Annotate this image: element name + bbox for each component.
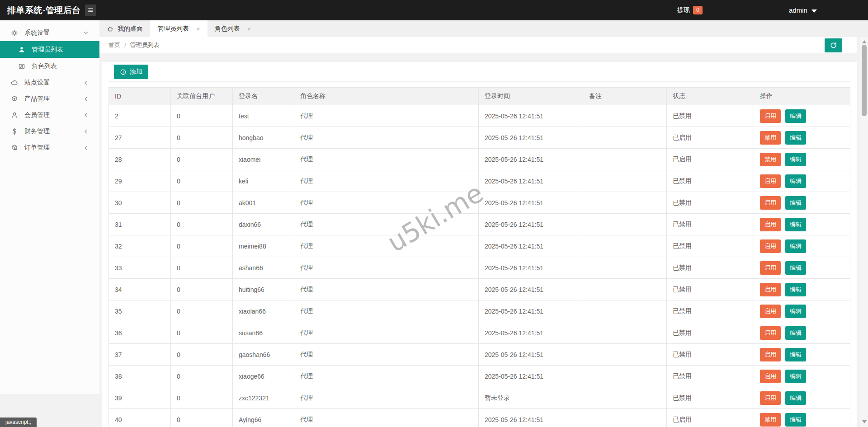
sidebar-item-label: 产品管理 [24,95,50,103]
cell-actions: 禁用编辑 [754,409,850,427]
cell-remark [583,235,667,257]
cell-login-time: 2025-05-26 12:41:51 [479,235,583,257]
cell-role: 代理 [294,300,479,322]
cell-login-name: xiaomei [233,149,294,170]
breadcrumb-bar: 首页 / 管理员列表 [99,37,857,53]
toggle-status-button[interactable]: 启用 [760,196,781,210]
edit-button[interactable]: 编辑 [785,261,806,275]
cell-role: 代理 [294,344,479,366]
sidebar-item-站点设置[interactable]: 站点设置 [0,75,99,91]
cell-remark [583,300,667,322]
withdraw-link[interactable]: 提现 0 [677,0,703,20]
table-row: 270hongbao代理2025-05-26 12:41:51已启用禁用编辑 [109,127,850,149]
sidebar-toggle-button[interactable] [85,5,96,16]
toggle-status-button[interactable]: 启用 [760,239,781,253]
withdraw-label: 提现 [677,6,690,14]
add-button-label: 添加 [130,68,142,76]
toggle-status-button[interactable]: 启用 [760,305,781,318]
tab-角色列表[interactable]: 角色列表× [208,20,259,37]
cell-actions: 启用编辑 [754,192,850,214]
toggle-status-button[interactable]: 启用 [760,109,781,123]
scrollbar-thumb[interactable] [862,45,867,116]
toggle-status-button[interactable]: 启用 [760,326,781,340]
table-row: 320meimei88代理2025-05-26 12:41:51已禁用启用编辑 [109,235,850,257]
add-button[interactable]: 添加 [114,65,148,79]
tab-管理员列表[interactable]: 管理员列表× [150,20,208,37]
chevron-left-icon [82,128,90,135]
toggle-status-button[interactable]: 启用 [760,261,781,275]
edit-button[interactable]: 编辑 [785,239,806,253]
toggle-status-button[interactable]: 启用 [760,218,781,231]
breadcrumb-current: 管理员列表 [130,41,160,49]
sidebar-item-系统设置[interactable]: 系统设置 [0,25,99,41]
link-status-tooltip: javascript:; [0,418,37,427]
cell-status: 已禁用 [667,344,754,366]
edit-button[interactable]: 编辑 [785,109,806,123]
scroll-up-button[interactable] [860,38,868,45]
cell-front-user: 0 [171,149,233,170]
cell-status: 已禁用 [667,170,754,192]
user-menu[interactable]: admin [789,0,817,20]
edit-button[interactable]: 编辑 [785,391,806,405]
tab-bar: 我的桌面管理员列表×角色列表× [99,20,868,37]
toggle-status-button[interactable]: 禁用 [760,153,781,166]
cell-status: 已禁用 [667,105,754,127]
close-icon[interactable]: × [196,25,200,32]
cell-login-time: 2025-05-26 12:41:51 [479,192,583,214]
sidebar-item-会员管理[interactable]: 会员管理 [0,107,99,123]
scroll-down-button[interactable] [860,418,868,425]
sidebar-item-订单管理[interactable]: 订单管理 [0,140,99,156]
cell-id: 40 [109,409,171,427]
toggle-status-button[interactable]: 启用 [760,283,781,296]
toggle-status-button[interactable]: 启用 [760,174,781,188]
sidebar-item-label: 订单管理 [24,144,50,152]
toggle-status-button[interactable]: 启用 [760,348,781,361]
table-row: 380xiaoge66代理2025-05-26 12:41:51已禁用启用编辑 [109,366,850,387]
column-header: 登录时间 [479,88,583,105]
toggle-status-button[interactable]: 禁用 [760,131,781,145]
edit-button[interactable]: 编辑 [785,348,806,361]
tab-我的桌面[interactable]: 我的桌面 [99,20,150,37]
sidebar: 系统设置管理员列表角色列表站点设置产品管理会员管理财务管理订单管理 [0,20,99,394]
cell-login-time: 2025-05-26 12:41:51 [479,322,583,344]
edit-button[interactable]: 编辑 [785,305,806,318]
sidebar-item-label: 角色列表 [32,62,57,70]
refresh-button[interactable] [825,38,842,52]
edit-button[interactable]: 编辑 [785,283,806,296]
cell-status: 已启用 [667,149,754,170]
chevron-left-icon [82,112,90,119]
cell-role: 代理 [294,127,479,149]
edit-button[interactable]: 编辑 [785,326,806,340]
column-header: 状态 [667,88,754,105]
edit-button[interactable]: 编辑 [785,196,806,210]
edit-button[interactable]: 编辑 [785,131,806,145]
close-icon[interactable]: × [247,25,251,32]
chevron-left-icon [82,95,90,103]
cell-role: 代理 [294,214,479,235]
breadcrumb-separator: / [124,42,126,49]
toggle-status-button[interactable]: 禁用 [760,413,781,427]
breadcrumb-home-link[interactable]: 首页 [108,41,120,49]
vertical-scrollbar[interactable] [860,37,868,427]
toggle-status-button[interactable]: 启用 [760,391,781,405]
edit-button[interactable]: 编辑 [785,153,806,166]
sidebar-item-管理员列表[interactable]: 管理员列表 [0,41,99,58]
cell-login-name: ashan66 [233,257,294,279]
sidebar-item-产品管理[interactable]: 产品管理 [0,91,99,107]
edit-button[interactable]: 编辑 [785,218,806,231]
cell-role: 代理 [294,149,479,170]
cell-id: 30 [109,192,171,214]
edit-button[interactable]: 编辑 [785,370,806,383]
gear-icon [10,29,19,37]
edit-button[interactable]: 编辑 [785,413,806,427]
app-header: 排单系统-管理后台 提现 0 admin [0,0,868,20]
sidebar-item-财务管理[interactable]: 财务管理 [0,123,99,140]
cell-actions: 启用编辑 [754,257,850,279]
cell-status: 已禁用 [667,257,754,279]
cell-front-user: 0 [171,322,233,344]
table-row: 310daxin66代理2025-05-26 12:41:51已禁用启用编辑 [109,214,850,235]
toggle-status-button[interactable]: 启用 [760,370,781,383]
edit-button[interactable]: 编辑 [785,174,806,188]
sidebar-item-角色列表[interactable]: 角色列表 [0,58,99,75]
caret-down-icon [811,9,817,13]
